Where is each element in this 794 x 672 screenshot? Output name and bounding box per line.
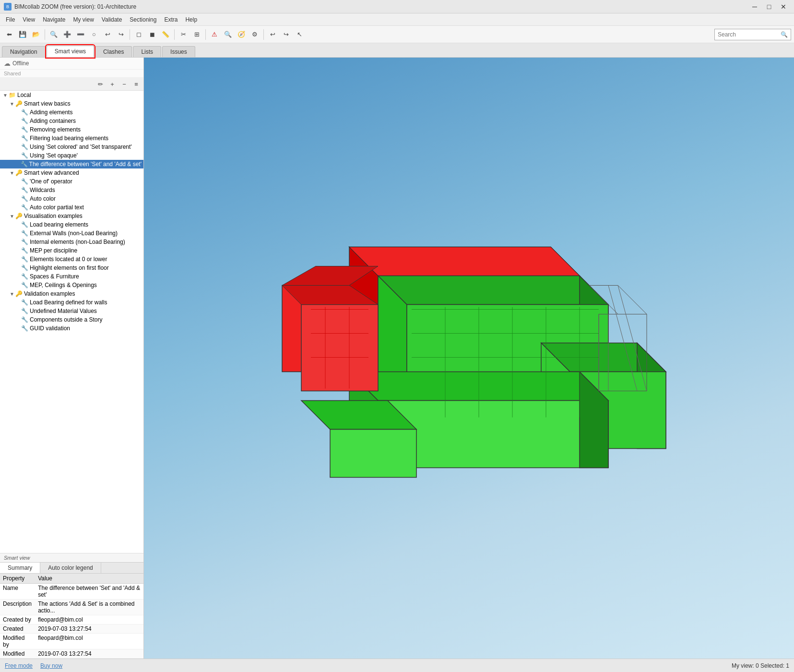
toolbar-redo2[interactable]: ↪ — [280, 28, 292, 41]
tree-item-removing[interactable]: 🔧 Removing elements — [0, 125, 143, 134]
tree-item-spaces[interactable]: 🔧 Spaces & Furniture — [0, 272, 143, 281]
tab-navigation[interactable]: Navigation — [2, 46, 46, 57]
toolbar-cursor[interactable]: ↖ — [293, 28, 306, 41]
tree-arrow-basics: ▼ — [9, 101, 15, 107]
toolbar-measure[interactable]: 📏 — [159, 28, 172, 41]
tree-label-containers: Adding containers — [30, 118, 76, 124]
tree-item-set-colored[interactable]: 🔧 Using 'Set colored' and 'Set transpare… — [0, 143, 143, 151]
tree-label-set-colored: Using 'Set colored' and 'Set transparent… — [30, 144, 132, 150]
svg-marker-18 — [330, 430, 416, 478]
tree-item-highlight-first-floor[interactable]: 🔧 Highlight elements on first floor — [0, 264, 143, 272]
toolbar-warning[interactable]: ⚠ — [208, 28, 221, 41]
close-button[interactable]: ✕ — [777, 1, 790, 12]
tree-item-components-outside[interactable]: 🔧 Components outside a Story — [0, 315, 143, 324]
offline-label: Offline — [12, 60, 29, 67]
tree-item-load-bearing-walls[interactable]: 🔧 Load Bearing defined for walls — [0, 298, 143, 307]
item-icon-wildcards: 🔧 — [21, 187, 28, 193]
minimize-button[interactable]: ─ — [748, 1, 761, 12]
tree-label-one-of: 'One of' operator — [30, 178, 72, 185]
tree-item-external-walls[interactable]: 🔧 External Walls (non-Load Bearing) — [0, 229, 143, 238]
toolbar-section[interactable]: ✂ — [177, 28, 190, 41]
toolbar-settings[interactable]: ⚙ — [249, 28, 261, 41]
toolbar-orbit[interactable]: ○ — [88, 28, 100, 41]
tree-item-filtering[interactable]: 🔧 Filtering load bearing elements — [0, 134, 143, 143]
toolbar-nav[interactable]: 🧭 — [235, 28, 248, 41]
toolbar-back-btn[interactable]: ⬅ — [3, 28, 15, 41]
table-row: Created by fleopard@bim.col — [0, 615, 143, 624]
viewport[interactable] — [144, 58, 794, 659]
tree-item-adding-elements[interactable]: 🔧 Adding elements — [0, 108, 143, 117]
menu-item-extra[interactable]: Extra — [160, 15, 181, 24]
tree-label-elements-at-0: Elements located at 0 or lower — [30, 256, 107, 263]
menu-item-validate[interactable]: Validate — [98, 15, 126, 24]
tree-item-wildcards[interactable]: 🔧 Wildcards — [0, 186, 143, 194]
tree-item-auto-color[interactable]: 🔧 Auto color — [0, 194, 143, 203]
item-icon-guid: 🔧 — [21, 325, 28, 332]
toolbar-clip[interactable]: ⊞ — [190, 28, 203, 41]
edit-icon-btn[interactable]: ✏ — [95, 79, 106, 89]
toolbar-undo[interactable]: ↩ — [101, 28, 114, 41]
tree-label-wildcards: Wildcards — [30, 187, 55, 193]
tree-label-undef-mat: Undefined Material Values — [30, 308, 97, 314]
buy-now-link[interactable]: Buy now — [40, 662, 62, 669]
toolbar-search-box[interactable]: 🔍 — [714, 29, 791, 40]
prop-value-modified: 2019-07-03 13:27:54 — [35, 649, 143, 659]
tree-item-auto-color-partial[interactable]: 🔧 Auto color partial text — [0, 203, 143, 212]
tab-lists[interactable]: Lists — [133, 46, 161, 57]
menu-item-file[interactable]: File — [2, 15, 19, 24]
tree-item-local[interactable]: ▼ 📁 Local — [0, 91, 143, 99]
toolbar-zoom-minus[interactable]: ➖ — [74, 28, 87, 41]
tree-item-visualisation[interactable]: ▼ 🔑 Visualisation examples — [0, 212, 143, 220]
tree-item-load-bearing[interactable]: 🔧 Load bearing elements — [0, 220, 143, 229]
free-mode-link[interactable]: Free mode — [5, 662, 33, 669]
add-icon-btn[interactable]: + — [107, 79, 118, 89]
tree-item-undefined-material[interactable]: 🔧 Undefined Material Values — [0, 307, 143, 315]
toolbar-select[interactable]: ◻ — [132, 28, 145, 41]
tree-item-basics[interactable]: ▼ 🔑 Smart view basics — [0, 99, 143, 108]
tree-item-mep-discipline[interactable]: 🔧 MEP per discipline — [0, 246, 143, 255]
menu-item-sectioning[interactable]: Sectioning — [126, 15, 160, 24]
tab-clashes[interactable]: Clashes — [95, 46, 132, 57]
toolbar-open-btn[interactable]: 📂 — [30, 28, 42, 41]
tree-item-advanced[interactable]: ▼ 🔑 Smart view advanced — [0, 168, 143, 177]
bottom-tab-summary[interactable]: Summary — [0, 563, 40, 573]
toolbar-redo[interactable]: ↪ — [115, 28, 127, 41]
menu-icon-btn[interactable]: ≡ — [131, 79, 142, 89]
toolbar-save-btn[interactable]: 💾 — [16, 28, 29, 41]
menu-item-navigate[interactable]: Navigate — [39, 15, 69, 24]
tree-label-basics: Smart view basics — [24, 100, 71, 107]
maximize-button[interactable]: □ — [762, 1, 776, 12]
tree-item-adding-containers[interactable]: 🔧 Adding containers — [0, 117, 143, 125]
tree-item-validation[interactable]: ▼ 🔑 Validation examples — [0, 289, 143, 298]
search-input[interactable] — [718, 31, 781, 38]
toolbar-search2[interactable]: 🔍 — [222, 28, 234, 41]
tree-item-elements-at-0[interactable]: 🔧 Elements located at 0 or lower — [0, 255, 143, 264]
tab-smart-views[interactable]: Smart views — [47, 46, 94, 57]
tree-item-set-opaque[interactable]: 🔧 Using 'Set opaque' — [0, 151, 143, 160]
tree-item-difference[interactable]: 🔧 The difference between 'Set' and 'Add … — [0, 160, 143, 168]
tree-item-one-of[interactable]: 🔧 'One of' operator — [0, 177, 143, 186]
menu-item-help[interactable]: Help — [181, 15, 201, 24]
remove-icon-btn[interactable]: − — [119, 79, 130, 89]
toolbar-sep-2 — [130, 29, 130, 40]
svg-marker-2 — [349, 247, 580, 276]
tab-issues[interactable]: Issues — [162, 46, 195, 57]
table-row: Description The actions 'Add & Set' is a… — [0, 600, 143, 615]
toolbar-box[interactable]: ◼ — [146, 28, 158, 41]
shared-label-bar: Shared — [0, 70, 143, 78]
menu-item-view[interactable]: View — [19, 15, 39, 24]
toolbar-zoom-plus[interactable]: ➕ — [61, 28, 73, 41]
toolbar-sep-4 — [205, 29, 206, 40]
prop-description: Description — [0, 600, 35, 615]
tree-item-internal-elements[interactable]: 🔧 Internal elements (non-Load Bearing) — [0, 238, 143, 246]
tree-label-auto-color: Auto color — [30, 195, 56, 202]
bottom-tab-auto-color[interactable]: Auto color legend — [40, 563, 101, 573]
item-icon-elements-at-0: 🔧 — [21, 256, 28, 263]
toolbar-undo2[interactable]: ↩ — [266, 28, 279, 41]
menubar: FileViewNavigateMy viewValidateSectionin… — [0, 13, 794, 26]
menu-item-my view[interactable]: My view — [70, 15, 98, 24]
tree-label-visualisation: Visualisation examples — [24, 213, 83, 219]
toolbar-zoom-in[interactable]: 🔍 — [47, 28, 60, 41]
tree-item-mep-ceilings[interactable]: 🔧 MEP, Ceilings & Openings — [0, 281, 143, 289]
tree-item-guid[interactable]: 🔧 GUID validation — [0, 324, 143, 333]
